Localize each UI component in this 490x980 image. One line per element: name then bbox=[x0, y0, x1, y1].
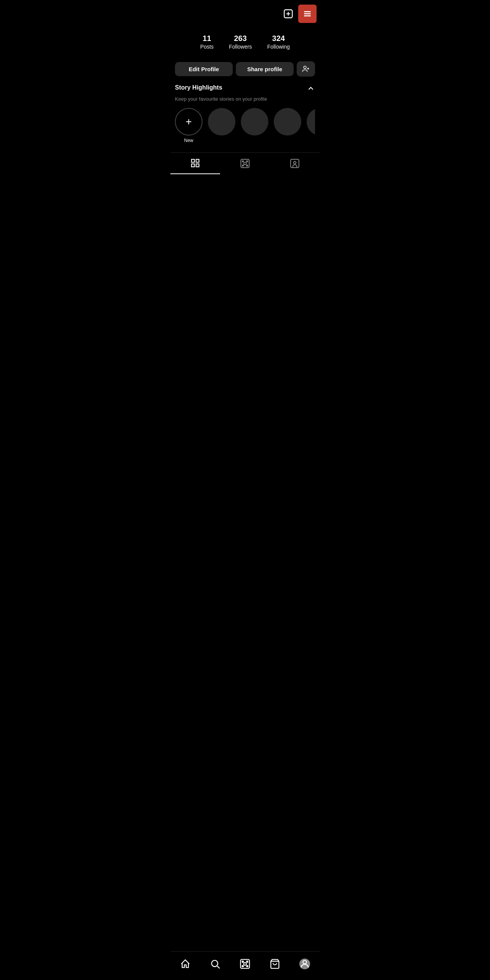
reels-icon bbox=[240, 158, 250, 168]
highlight-item-1[interactable] bbox=[208, 108, 235, 143]
edit-profile-button[interactable]: Edit Profile bbox=[175, 62, 233, 76]
posts-count: 11 bbox=[203, 34, 211, 43]
highlights-subtitle: Keep your favourite stories on your prof… bbox=[175, 96, 315, 102]
svg-point-15 bbox=[242, 161, 243, 162]
svg-point-20 bbox=[294, 162, 296, 164]
following-count: 324 bbox=[272, 34, 285, 43]
tagged-icon bbox=[290, 158, 300, 168]
svg-point-18 bbox=[247, 165, 248, 166]
new-highlight-circle: + bbox=[175, 108, 203, 136]
action-buttons: Edit Profile Share profile bbox=[170, 61, 320, 77]
highlight-item-3[interactable] bbox=[274, 108, 301, 143]
posts-stat[interactable]: 11 Posts bbox=[200, 34, 214, 50]
highlights-collapse-button[interactable] bbox=[307, 84, 315, 95]
stats-section: 11 Posts 263 Followers 324 Following bbox=[170, 26, 320, 61]
highlight-item-2[interactable] bbox=[241, 108, 268, 143]
add-friend-button[interactable] bbox=[297, 61, 315, 77]
highlight-circle-3 bbox=[274, 108, 301, 136]
svg-rect-11 bbox=[191, 164, 194, 167]
tab-tagged[interactable] bbox=[270, 153, 320, 174]
share-profile-button[interactable]: Share profile bbox=[236, 62, 294, 76]
highlight-item-4[interactable] bbox=[307, 108, 315, 143]
content-tabs bbox=[170, 152, 320, 174]
svg-point-14 bbox=[244, 162, 247, 165]
svg-point-17 bbox=[242, 165, 243, 166]
svg-point-6 bbox=[304, 66, 306, 69]
svg-point-16 bbox=[247, 161, 248, 162]
highlights-title: Story Highlights bbox=[175, 84, 222, 91]
highlight-circle-1 bbox=[208, 108, 235, 136]
new-highlight-button[interactable]: + New bbox=[175, 108, 203, 143]
highlight-circle-4 bbox=[307, 108, 315, 136]
followers-count: 263 bbox=[234, 34, 247, 43]
tab-reels[interactable] bbox=[220, 153, 270, 174]
svg-rect-12 bbox=[196, 164, 199, 167]
svg-rect-9 bbox=[191, 159, 194, 162]
tab-grid[interactable] bbox=[170, 153, 220, 174]
highlight-circle-2 bbox=[241, 108, 268, 136]
grid-icon bbox=[190, 158, 200, 168]
followers-stat[interactable]: 263 Followers bbox=[229, 34, 252, 50]
followers-label: Followers bbox=[229, 44, 252, 50]
svg-rect-10 bbox=[196, 159, 199, 162]
menu-button[interactable] bbox=[298, 5, 317, 23]
highlights-header: Story Highlights bbox=[175, 84, 315, 95]
following-label: Following bbox=[267, 44, 290, 50]
new-highlight-label: New bbox=[184, 138, 193, 143]
add-button[interactable] bbox=[280, 5, 297, 22]
highlights-section: Story Highlights Keep your favourite sto… bbox=[170, 84, 320, 146]
highlights-row: + New bbox=[175, 108, 315, 146]
following-stat[interactable]: 324 Following bbox=[267, 34, 290, 50]
plus-icon: + bbox=[186, 116, 192, 128]
top-bar bbox=[170, 0, 320, 26]
svg-rect-13 bbox=[241, 159, 249, 168]
posts-label: Posts bbox=[200, 44, 214, 50]
